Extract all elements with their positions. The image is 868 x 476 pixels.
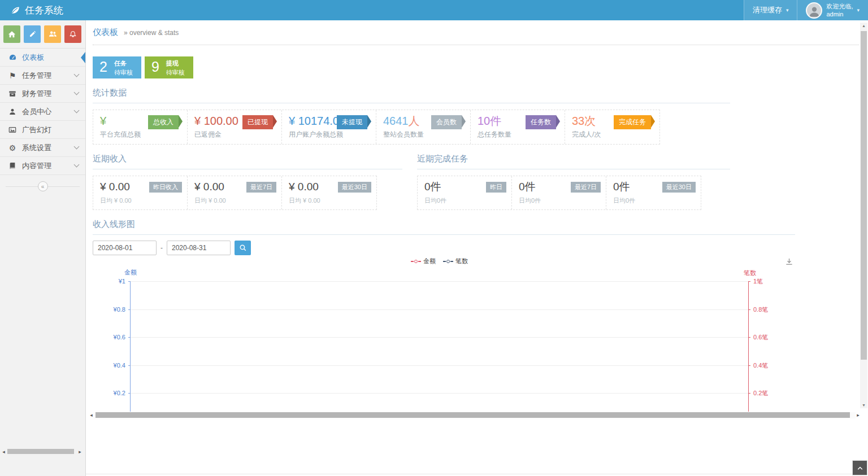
caret-down-icon: ▾ xyxy=(786,7,789,13)
stats-cards: ¥ 平台充值总额 总收入 ¥ 100.00 已返佣金 已提现 ¥ 10174.0… xyxy=(93,110,660,145)
grid-line xyxy=(131,393,748,394)
stat-label: 完成人/次 xyxy=(572,130,654,139)
bell-icon xyxy=(69,30,77,38)
stat-label: 已返佣金 xyxy=(194,130,276,139)
home-shortcut-button[interactable] xyxy=(3,25,20,43)
stat-ribbon: 完成任务 xyxy=(614,115,655,129)
scroll-up-icon[interactable]: ▴ xyxy=(860,23,867,28)
breadcrumb-current[interactable]: 仪表板 xyxy=(93,27,118,38)
stat-label: 平台充值总额 xyxy=(100,130,181,139)
sidebar-nav: 仪表板 ⚑ 任务管理 财务管理 会员中心 xyxy=(0,48,85,175)
scroll-right-icon[interactable]: ▸ xyxy=(77,449,83,455)
pending-withdrawals-badge[interactable]: 9 提现 待审核 xyxy=(145,56,193,78)
scrollbar-thumb[interactable] xyxy=(861,31,867,360)
scroll-right-icon[interactable]: ▸ xyxy=(856,412,861,418)
footer: © 任务系统 - 源码来自阿奇源码：www.hnymwl.com xyxy=(86,474,868,476)
tick-mark-left xyxy=(128,281,131,282)
sidebar-item-content[interactable]: 内容管理 xyxy=(0,157,85,175)
legend-item-amount[interactable]: 金额 xyxy=(411,257,436,265)
spacer xyxy=(93,418,868,474)
recent-tasks-section: 近期完成任务 0件 日均0件 昨日 0件 日均0件 最近7日 xyxy=(417,145,730,210)
username: admin xyxy=(826,11,843,18)
y-tick-left: ¥0.8 xyxy=(114,306,125,313)
notifications-shortcut-button[interactable] xyxy=(64,25,81,43)
date-to-input[interactable] xyxy=(167,241,231,255)
scrollbar-thumb[interactable] xyxy=(7,449,74,454)
pending-tasks-badge[interactable]: 2 任务 待审核 xyxy=(93,56,141,78)
back-to-top-button[interactable] xyxy=(852,460,867,475)
user-menu[interactable]: 欢迎光临, admin ▾ xyxy=(797,0,868,20)
clear-cache-button[interactable]: 清理缓存 ▾ xyxy=(744,0,797,20)
chart-hscrollbar[interactable]: ◂ ▸ xyxy=(89,412,861,418)
period-badge: 最近7日 xyxy=(246,182,276,193)
plot-area: ¥11笔¥0.80.8笔¥0.60.6笔¥0.40.4笔¥0.20.2笔 xyxy=(130,281,749,412)
stat-ribbon: 已提现 xyxy=(242,115,277,129)
members-shortcut-button[interactable] xyxy=(44,25,61,43)
tick-mark-right xyxy=(748,393,750,394)
chevron-down-icon xyxy=(74,72,80,77)
task-card-yesterday: 0件 日均0件 昨日 xyxy=(418,176,512,209)
recent-income-title: 近期收入 xyxy=(93,154,402,169)
y-tick-right: 0.6笔 xyxy=(753,333,768,342)
grid-line xyxy=(131,309,748,310)
finance-icon xyxy=(8,90,17,98)
income-card-yesterday: ¥ 0.00 日均 ¥ 0.00 昨日收入 xyxy=(93,176,188,209)
tick-mark-left xyxy=(128,365,131,366)
edit-shortcut-button[interactable] xyxy=(24,25,41,43)
y-tick-right: 1笔 xyxy=(753,277,763,286)
sidebar-item-ad-slides[interactable]: 广告幻灯 xyxy=(0,121,85,139)
income-line-chart: 金额 笔数 金额 笔数 ¥11笔¥0.80.8笔¥0.60.6笔¥0.40.4笔… xyxy=(93,257,825,412)
top-header: 任务系统 清理缓存 ▾ 欢迎光临, admin ▾ xyxy=(0,0,868,20)
stat-ribbon: 未提现 xyxy=(337,115,371,129)
sidebar-collapse-toggle[interactable]: « xyxy=(6,181,80,192)
tick-mark-right xyxy=(748,365,750,366)
download-icon[interactable] xyxy=(785,257,793,266)
brand: 任务系统 xyxy=(0,4,63,17)
page: 任务系统 清理缓存 ▾ 欢迎光临, admin ▾ xyxy=(0,0,868,476)
stat-label: 总任务数量 xyxy=(478,130,559,139)
scroll-down-icon[interactable]: ▾ xyxy=(860,403,867,408)
y-tick-left: ¥0.6 xyxy=(114,334,125,340)
sidebar-item-members[interactable]: 会员中心 xyxy=(0,103,85,121)
scroll-left-icon[interactable]: ◂ xyxy=(89,412,94,418)
stat-ribbon: 会员数 xyxy=(431,115,466,129)
scroll-left-icon[interactable]: ◂ xyxy=(1,449,6,455)
tick-mark-left xyxy=(128,337,131,338)
legend-item-count[interactable]: 笔数 xyxy=(443,257,468,265)
chevron-down-icon xyxy=(74,162,80,168)
circle-marker-icon xyxy=(446,260,450,263)
page-vscrollbar[interactable]: ▴ ▾ xyxy=(860,23,867,408)
sidebar-item-tasks[interactable]: ⚑ 任务管理 xyxy=(0,67,85,85)
avatar xyxy=(806,2,822,19)
income-card-30days: ¥ 0.00 日均 ¥ 0.00 最近30日 xyxy=(282,176,376,209)
sidebar-item-label: 内容管理 xyxy=(22,161,51,171)
header-right: 清理缓存 ▾ 欢迎光临, admin ▾ xyxy=(744,0,868,20)
date-from-input[interactable] xyxy=(93,241,157,255)
slides-icon xyxy=(8,126,17,134)
sidebar-item-dashboard[interactable]: 仪表板 xyxy=(0,49,85,67)
app-title: 任务系统 xyxy=(25,4,63,17)
search-icon xyxy=(239,244,247,252)
period-badge: 最近7日 xyxy=(571,182,601,193)
leaf-icon xyxy=(10,5,20,15)
chart-section-title: 收入线形图 xyxy=(93,219,795,235)
pending-badges: 2 任务 待审核 9 提现 待审核 xyxy=(93,56,868,78)
tick-mark-right xyxy=(748,309,750,310)
scrollbar-thumb[interactable] xyxy=(96,412,850,418)
sidebar-hscrollbar[interactable]: ◂ ▸ xyxy=(1,448,83,455)
circle-marker-icon xyxy=(414,260,418,263)
sidebar-item-label: 会员中心 xyxy=(22,107,51,117)
search-button[interactable] xyxy=(235,241,251,255)
breadcrumb: 仪表板 » overview & stats xyxy=(93,20,859,45)
sidebar-item-finance[interactable]: 财务管理 xyxy=(0,85,85,103)
task-card-30days: 0件 日均0件 最近30日 xyxy=(606,176,701,209)
scrollbar-track[interactable] xyxy=(94,412,856,418)
chevron-up-icon xyxy=(857,465,863,471)
stats-section-title: 统计数据 xyxy=(93,88,730,103)
period-badge: 最近30日 xyxy=(662,182,696,193)
y-tick-right: 0.2笔 xyxy=(753,389,768,398)
stat-ribbon: 任务数 xyxy=(526,115,560,129)
chart-legend: 金额 笔数 xyxy=(130,257,749,265)
main-content: 仪表板 » overview & stats 2 任务 待审核 9 提现 待审核 xyxy=(86,20,868,476)
sidebar-item-settings[interactable]: ⚙ 系统设置 xyxy=(0,139,85,157)
